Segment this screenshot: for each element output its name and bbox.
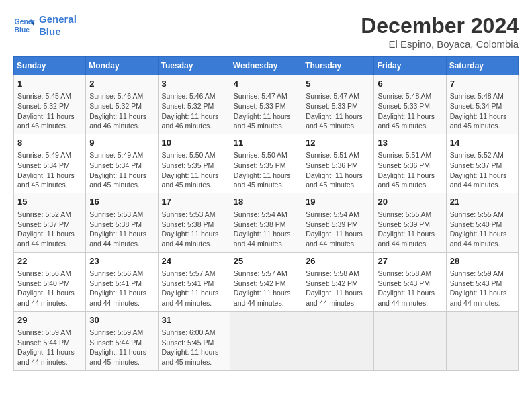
sunrise-text: Sunrise: 5:55 AM	[378, 210, 431, 218]
svg-text:Blue: Blue	[15, 26, 30, 34]
logo-icon: General Blue	[13, 15, 35, 36]
calendar-cell	[302, 311, 374, 370]
sunset-text: Sunset: 5:34 PM	[450, 102, 502, 110]
day-number: 17	[162, 196, 226, 208]
calendar-cell: 19Sunrise: 5:54 AMSunset: 5:39 PMDayligh…	[302, 193, 374, 252]
calendar-cell: 25Sunrise: 5:57 AMSunset: 5:42 PMDayligh…	[230, 252, 302, 311]
day-number: 6	[378, 78, 442, 90]
daylight-text: Daylight: 11 hours and 45 minutes.	[450, 112, 507, 130]
header-saturday: Saturday	[446, 57, 518, 75]
daylight-text: Daylight: 11 hours and 44 minutes.	[378, 230, 435, 248]
day-number: 1	[17, 78, 82, 90]
daylight-text: Daylight: 11 hours and 44 minutes.	[306, 230, 363, 248]
sunrise-text: Sunrise: 5:59 AM	[89, 328, 143, 336]
daylight-text: Daylight: 11 hours and 45 minutes.	[162, 171, 219, 189]
sunset-text: Sunset: 5:41 PM	[89, 279, 142, 287]
sunset-text: Sunset: 5:39 PM	[378, 220, 430, 228]
sunset-text: Sunset: 5:39 PM	[306, 220, 358, 228]
sunrise-text: Sunrise: 5:59 AM	[450, 269, 504, 277]
title-area: December 2024 El Espino, Boyaca, Colombi…	[361, 13, 519, 50]
week-row-2: 8Sunrise: 5:49 AMSunset: 5:34 PMDaylight…	[14, 134, 519, 193]
header-thursday: Thursday	[302, 57, 374, 75]
day-number: 24	[162, 255, 226, 267]
day-number: 27	[378, 255, 442, 267]
calendar-cell: 24Sunrise: 5:57 AMSunset: 5:41 PMDayligh…	[158, 252, 230, 311]
header-wednesday: Wednesday	[230, 57, 302, 75]
day-number: 30	[89, 314, 154, 326]
sunrise-text: Sunrise: 5:55 AM	[450, 210, 504, 218]
daylight-text: Daylight: 11 hours and 44 minutes.	[450, 289, 507, 307]
sunrise-text: Sunrise: 5:51 AM	[306, 151, 359, 159]
header: General Blue General Blue December 2024 …	[13, 13, 519, 50]
calendar-cell: 14Sunrise: 5:52 AMSunset: 5:37 PMDayligh…	[446, 134, 518, 193]
calendar-cell: 27Sunrise: 5:58 AMSunset: 5:43 PMDayligh…	[374, 252, 446, 311]
calendar-cell: 5Sunrise: 5:47 AMSunset: 5:33 PMDaylight…	[302, 75, 374, 134]
day-number: 21	[450, 196, 515, 208]
calendar-cell: 12Sunrise: 5:51 AMSunset: 5:36 PMDayligh…	[302, 134, 374, 193]
sunrise-text: Sunrise: 5:47 AM	[306, 92, 359, 100]
sunset-text: Sunset: 5:38 PM	[234, 220, 286, 228]
calendar-cell: 29Sunrise: 5:59 AMSunset: 5:44 PMDayligh…	[14, 311, 86, 370]
day-number: 23	[89, 255, 154, 267]
week-row-5: 29Sunrise: 5:59 AMSunset: 5:44 PMDayligh…	[14, 311, 519, 370]
calendar-header-row: SundayMondayTuesdayWednesdayThursdayFrid…	[14, 57, 519, 75]
day-number: 19	[306, 196, 370, 208]
sunrise-text: Sunrise: 5:48 AM	[450, 92, 504, 100]
calendar-cell: 17Sunrise: 5:53 AMSunset: 5:38 PMDayligh…	[158, 193, 230, 252]
calendar-cell: 2Sunrise: 5:46 AMSunset: 5:32 PMDaylight…	[86, 75, 158, 134]
daylight-text: Daylight: 11 hours and 45 minutes.	[162, 348, 219, 366]
sunset-text: Sunset: 5:38 PM	[162, 220, 214, 228]
daylight-text: Daylight: 11 hours and 44 minutes.	[450, 171, 507, 189]
sunrise-text: Sunrise: 5:52 AM	[17, 210, 71, 218]
calendar-cell: 16Sunrise: 5:53 AMSunset: 5:38 PMDayligh…	[86, 193, 158, 252]
day-number: 9	[89, 137, 154, 149]
sunrise-text: Sunrise: 5:53 AM	[162, 210, 216, 218]
sunset-text: Sunset: 5:45 PM	[162, 338, 214, 347]
sunset-text: Sunset: 5:36 PM	[378, 161, 430, 169]
daylight-text: Daylight: 11 hours and 44 minutes.	[89, 289, 146, 307]
daylight-text: Daylight: 11 hours and 44 minutes.	[306, 289, 363, 307]
sunrise-text: Sunrise: 5:45 AM	[17, 92, 71, 100]
calendar-cell: 1Sunrise: 5:45 AMSunset: 5:32 PMDaylight…	[14, 75, 86, 134]
sunset-text: Sunset: 5:43 PM	[378, 279, 430, 287]
sunrise-text: Sunrise: 5:46 AM	[162, 92, 216, 100]
sunrise-text: Sunrise: 5:58 AM	[378, 269, 431, 277]
sunset-text: Sunset: 5:42 PM	[234, 279, 286, 287]
calendar-cell: 22Sunrise: 5:56 AMSunset: 5:40 PMDayligh…	[14, 252, 86, 311]
calendar-cell: 15Sunrise: 5:52 AMSunset: 5:37 PMDayligh…	[14, 193, 86, 252]
sunset-text: Sunset: 5:40 PM	[17, 279, 70, 287]
sunrise-text: Sunrise: 5:54 AM	[234, 210, 287, 218]
daylight-text: Daylight: 11 hours and 44 minutes.	[234, 289, 291, 307]
day-number: 5	[306, 78, 370, 90]
location-title: El Espino, Boyaca, Colombia	[361, 38, 519, 50]
day-number: 13	[378, 137, 442, 149]
day-number: 11	[234, 137, 298, 149]
day-number: 14	[450, 137, 515, 149]
daylight-text: Daylight: 11 hours and 44 minutes.	[450, 230, 507, 248]
daylight-text: Daylight: 11 hours and 44 minutes.	[162, 289, 219, 307]
calendar-cell	[374, 311, 446, 370]
day-number: 7	[450, 78, 515, 90]
sunrise-text: Sunrise: 5:57 AM	[234, 269, 287, 277]
sunset-text: Sunset: 5:43 PM	[450, 279, 502, 287]
calendar-cell	[446, 311, 518, 370]
sunset-text: Sunset: 5:35 PM	[162, 161, 214, 169]
day-number: 8	[17, 137, 82, 149]
sunset-text: Sunset: 5:35 PM	[234, 161, 286, 169]
daylight-text: Daylight: 11 hours and 44 minutes.	[17, 348, 75, 366]
day-number: 22	[17, 255, 82, 267]
sunset-text: Sunset: 5:37 PM	[450, 161, 502, 169]
sunrise-text: Sunrise: 6:00 AM	[162, 328, 216, 336]
daylight-text: Daylight: 11 hours and 44 minutes.	[17, 289, 75, 307]
daylight-text: Daylight: 11 hours and 46 minutes.	[17, 112, 75, 130]
month-title: December 2024	[361, 13, 519, 38]
sunrise-text: Sunrise: 5:56 AM	[17, 269, 71, 277]
calendar-cell: 13Sunrise: 5:51 AMSunset: 5:36 PMDayligh…	[374, 134, 446, 193]
day-number: 15	[17, 196, 82, 208]
header-tuesday: Tuesday	[158, 57, 230, 75]
sunrise-text: Sunrise: 5:58 AM	[306, 269, 359, 277]
sunrise-text: Sunrise: 5:48 AM	[378, 92, 431, 100]
calendar-cell: 11Sunrise: 5:50 AMSunset: 5:35 PMDayligh…	[230, 134, 302, 193]
daylight-text: Daylight: 11 hours and 44 minutes.	[162, 230, 219, 248]
sunset-text: Sunset: 5:38 PM	[89, 220, 142, 228]
